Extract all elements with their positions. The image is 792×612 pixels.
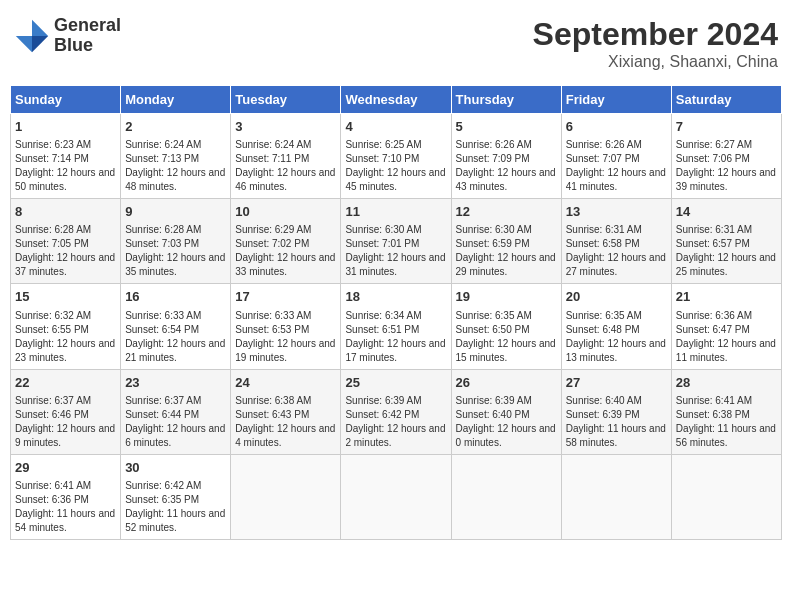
calendar-cell: 6Sunrise: 6:26 AMSunset: 7:07 PMDaylight… xyxy=(561,114,671,199)
day-info: Sunrise: 6:27 AMSunset: 7:06 PMDaylight:… xyxy=(676,138,777,194)
day-number: 14 xyxy=(676,203,777,221)
day-info: Sunrise: 6:32 AMSunset: 6:55 PMDaylight:… xyxy=(15,309,116,365)
calendar-cell: 17Sunrise: 6:33 AMSunset: 6:53 PMDayligh… xyxy=(231,284,341,369)
day-number: 11 xyxy=(345,203,446,221)
calendar-table: SundayMondayTuesdayWednesdayThursdayFrid… xyxy=(10,85,782,540)
title-block: September 2024 Xixiang, Shaanxi, China xyxy=(533,16,778,71)
calendar-cell: 1Sunrise: 6:23 AMSunset: 7:14 PMDaylight… xyxy=(11,114,121,199)
logo-text: General Blue xyxy=(54,16,121,56)
day-info: Sunrise: 6:39 AMSunset: 6:42 PMDaylight:… xyxy=(345,394,446,450)
day-number: 22 xyxy=(15,374,116,392)
day-info: Sunrise: 6:37 AMSunset: 6:44 PMDaylight:… xyxy=(125,394,226,450)
day-number: 28 xyxy=(676,374,777,392)
day-info: Sunrise: 6:33 AMSunset: 6:53 PMDaylight:… xyxy=(235,309,336,365)
calendar-cell: 19Sunrise: 6:35 AMSunset: 6:50 PMDayligh… xyxy=(451,284,561,369)
day-info: Sunrise: 6:28 AMSunset: 7:03 PMDaylight:… xyxy=(125,223,226,279)
day-info: Sunrise: 6:36 AMSunset: 6:47 PMDaylight:… xyxy=(676,309,777,365)
calendar-cell: 29Sunrise: 6:41 AMSunset: 6:36 PMDayligh… xyxy=(11,454,121,539)
page-subtitle: Xixiang, Shaanxi, China xyxy=(533,53,778,71)
day-info: Sunrise: 6:24 AMSunset: 7:13 PMDaylight:… xyxy=(125,138,226,194)
calendar-cell: 12Sunrise: 6:30 AMSunset: 6:59 PMDayligh… xyxy=(451,199,561,284)
calendar-cell xyxy=(671,454,781,539)
logo: General Blue xyxy=(14,16,121,56)
day-info: Sunrise: 6:30 AMSunset: 7:01 PMDaylight:… xyxy=(345,223,446,279)
day-info: Sunrise: 6:31 AMSunset: 6:57 PMDaylight:… xyxy=(676,223,777,279)
svg-marker-1 xyxy=(16,36,32,52)
weekday-header-wednesday: Wednesday xyxy=(341,86,451,114)
day-info: Sunrise: 6:35 AMSunset: 6:50 PMDaylight:… xyxy=(456,309,557,365)
weekday-header-monday: Monday xyxy=(121,86,231,114)
day-number: 29 xyxy=(15,459,116,477)
day-number: 3 xyxy=(235,118,336,136)
day-info: Sunrise: 6:37 AMSunset: 6:46 PMDaylight:… xyxy=(15,394,116,450)
calendar-cell: 7Sunrise: 6:27 AMSunset: 7:06 PMDaylight… xyxy=(671,114,781,199)
day-info: Sunrise: 6:42 AMSunset: 6:35 PMDaylight:… xyxy=(125,479,226,535)
calendar-cell: 5Sunrise: 6:26 AMSunset: 7:09 PMDaylight… xyxy=(451,114,561,199)
calendar-cell: 13Sunrise: 6:31 AMSunset: 6:58 PMDayligh… xyxy=(561,199,671,284)
day-number: 15 xyxy=(15,288,116,306)
calendar-cell: 8Sunrise: 6:28 AMSunset: 7:05 PMDaylight… xyxy=(11,199,121,284)
calendar-cell: 9Sunrise: 6:28 AMSunset: 7:03 PMDaylight… xyxy=(121,199,231,284)
calendar-cell: 30Sunrise: 6:42 AMSunset: 6:35 PMDayligh… xyxy=(121,454,231,539)
weekday-header-saturday: Saturday xyxy=(671,86,781,114)
day-info: Sunrise: 6:26 AMSunset: 7:09 PMDaylight:… xyxy=(456,138,557,194)
day-number: 10 xyxy=(235,203,336,221)
day-info: Sunrise: 6:30 AMSunset: 6:59 PMDaylight:… xyxy=(456,223,557,279)
calendar-cell: 18Sunrise: 6:34 AMSunset: 6:51 PMDayligh… xyxy=(341,284,451,369)
weekday-header-tuesday: Tuesday xyxy=(231,86,341,114)
day-number: 26 xyxy=(456,374,557,392)
day-number: 23 xyxy=(125,374,226,392)
day-number: 9 xyxy=(125,203,226,221)
day-number: 20 xyxy=(566,288,667,306)
calendar-cell: 28Sunrise: 6:41 AMSunset: 6:38 PMDayligh… xyxy=(671,369,781,454)
day-number: 1 xyxy=(15,118,116,136)
calendar-cell: 21Sunrise: 6:36 AMSunset: 6:47 PMDayligh… xyxy=(671,284,781,369)
day-info: Sunrise: 6:24 AMSunset: 7:11 PMDaylight:… xyxy=(235,138,336,194)
day-info: Sunrise: 6:40 AMSunset: 6:39 PMDaylight:… xyxy=(566,394,667,450)
day-number: 17 xyxy=(235,288,336,306)
day-number: 8 xyxy=(15,203,116,221)
day-number: 19 xyxy=(456,288,557,306)
calendar-cell: 15Sunrise: 6:32 AMSunset: 6:55 PMDayligh… xyxy=(11,284,121,369)
day-number: 7 xyxy=(676,118,777,136)
svg-marker-0 xyxy=(32,20,48,36)
calendar-cell: 23Sunrise: 6:37 AMSunset: 6:44 PMDayligh… xyxy=(121,369,231,454)
day-info: Sunrise: 6:38 AMSunset: 6:43 PMDaylight:… xyxy=(235,394,336,450)
calendar-cell xyxy=(561,454,671,539)
calendar-cell: 10Sunrise: 6:29 AMSunset: 7:02 PMDayligh… xyxy=(231,199,341,284)
calendar-cell xyxy=(341,454,451,539)
day-number: 4 xyxy=(345,118,446,136)
day-number: 27 xyxy=(566,374,667,392)
calendar-cell: 24Sunrise: 6:38 AMSunset: 6:43 PMDayligh… xyxy=(231,369,341,454)
calendar-cell: 20Sunrise: 6:35 AMSunset: 6:48 PMDayligh… xyxy=(561,284,671,369)
calendar-cell: 3Sunrise: 6:24 AMSunset: 7:11 PMDaylight… xyxy=(231,114,341,199)
day-info: Sunrise: 6:35 AMSunset: 6:48 PMDaylight:… xyxy=(566,309,667,365)
day-info: Sunrise: 6:26 AMSunset: 7:07 PMDaylight:… xyxy=(566,138,667,194)
day-number: 30 xyxy=(125,459,226,477)
calendar-cell: 11Sunrise: 6:30 AMSunset: 7:01 PMDayligh… xyxy=(341,199,451,284)
day-number: 6 xyxy=(566,118,667,136)
page-header: General Blue September 2024 Xixiang, Sha… xyxy=(10,10,782,77)
weekday-header-thursday: Thursday xyxy=(451,86,561,114)
day-info: Sunrise: 6:31 AMSunset: 6:58 PMDaylight:… xyxy=(566,223,667,279)
page-title: September 2024 xyxy=(533,16,778,53)
logo-icon xyxy=(14,18,50,54)
weekday-header-sunday: Sunday xyxy=(11,86,121,114)
day-number: 5 xyxy=(456,118,557,136)
day-number: 12 xyxy=(456,203,557,221)
calendar-cell: 25Sunrise: 6:39 AMSunset: 6:42 PMDayligh… xyxy=(341,369,451,454)
day-info: Sunrise: 6:33 AMSunset: 6:54 PMDaylight:… xyxy=(125,309,226,365)
day-info: Sunrise: 6:23 AMSunset: 7:14 PMDaylight:… xyxy=(15,138,116,194)
day-info: Sunrise: 6:34 AMSunset: 6:51 PMDaylight:… xyxy=(345,309,446,365)
calendar-cell: 14Sunrise: 6:31 AMSunset: 6:57 PMDayligh… xyxy=(671,199,781,284)
calendar-cell: 2Sunrise: 6:24 AMSunset: 7:13 PMDaylight… xyxy=(121,114,231,199)
calendar-cell: 22Sunrise: 6:37 AMSunset: 6:46 PMDayligh… xyxy=(11,369,121,454)
day-info: Sunrise: 6:39 AMSunset: 6:40 PMDaylight:… xyxy=(456,394,557,450)
calendar-cell: 27Sunrise: 6:40 AMSunset: 6:39 PMDayligh… xyxy=(561,369,671,454)
day-info: Sunrise: 6:28 AMSunset: 7:05 PMDaylight:… xyxy=(15,223,116,279)
calendar-cell xyxy=(451,454,561,539)
day-number: 13 xyxy=(566,203,667,221)
day-info: Sunrise: 6:41 AMSunset: 6:38 PMDaylight:… xyxy=(676,394,777,450)
calendar-cell: 4Sunrise: 6:25 AMSunset: 7:10 PMDaylight… xyxy=(341,114,451,199)
day-info: Sunrise: 6:41 AMSunset: 6:36 PMDaylight:… xyxy=(15,479,116,535)
